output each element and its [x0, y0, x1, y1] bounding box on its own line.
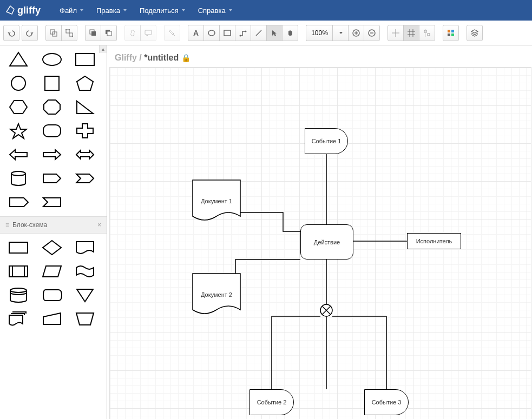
node-doc2[interactable]: Документ 2 — [192, 273, 241, 316]
shape-circle[interactable] — [4, 72, 32, 94]
shape-right-triangle[interactable] — [71, 96, 99, 118]
svg-rect-2 — [66, 30, 69, 33]
shape-rounded-rect[interactable] — [38, 120, 66, 142]
node-event1[interactable]: Событие 1 — [305, 128, 348, 154]
logo-icon — [5, 5, 15, 15]
node-action[interactable]: Действие — [300, 224, 353, 260]
shape-triangle[interactable] — [4, 49, 32, 70]
shape-hexagon[interactable] — [4, 96, 32, 118]
menu-label: Правка — [96, 6, 120, 15]
svg-point-6 — [72, 36, 73, 37]
node-label: Исполнитель — [416, 238, 452, 244]
ungroup-button[interactable] — [61, 25, 77, 41]
shape-arrow-left[interactable] — [4, 144, 32, 165]
node-event2[interactable]: Событие 2 — [249, 389, 294, 415]
shape-fc-decision[interactable] — [38, 237, 66, 258]
connector-tool-button[interactable] — [235, 25, 251, 41]
svg-rect-11 — [145, 30, 152, 35]
node-label: Действие — [314, 239, 340, 245]
shape-fc-manual-input[interactable] — [38, 308, 66, 330]
line-tool-button[interactable] — [251, 25, 267, 41]
shape-fc-data[interactable] — [38, 261, 66, 282]
svg-point-4 — [65, 29, 67, 30]
shape-rectangle[interactable] — [71, 49, 99, 70]
snap-guides-button[interactable] — [387, 25, 404, 41]
menu-file[interactable]: Файл — [54, 3, 89, 18]
close-icon[interactable]: × — [97, 221, 101, 229]
shape-fc-predefined[interactable] — [4, 261, 32, 282]
rect-tool-button[interactable] — [219, 25, 235, 41]
bring-front-button[interactable] — [85, 25, 101, 41]
basic-shapes-grid — [0, 45, 107, 216]
shape-chevron[interactable] — [71, 168, 99, 189]
zoom-caret-button[interactable] — [332, 25, 349, 41]
shape-cylinder[interactable] — [4, 168, 32, 189]
shape-fc-tape[interactable] — [71, 261, 99, 282]
shape-tag-arrow[interactable] — [4, 191, 32, 213]
menu-help[interactable]: Справка — [193, 3, 238, 18]
app-logo[interactable]: gliffy — [5, 5, 41, 16]
shape-pentagon[interactable] — [71, 72, 99, 94]
snap-objects-button[interactable] — [419, 25, 435, 41]
canvas-area: Gliffy / *untitled 🔒 — [107, 45, 532, 419]
pointer-tool-button[interactable] — [266, 25, 283, 41]
document-title: *untitled — [144, 53, 179, 62]
undo-button[interactable] — [3, 25, 19, 41]
lock-icon: 🔒 — [181, 54, 191, 62]
shape-octagon[interactable] — [38, 96, 66, 118]
send-back-button[interactable] — [101, 25, 117, 41]
zoom-value[interactable]: 100% — [306, 25, 333, 41]
shape-fc-merge[interactable] — [71, 284, 99, 306]
main-area: ▲ ≡ Блок-схема × — [0, 45, 532, 419]
node-label: Событие 3 — [372, 399, 402, 405]
svg-point-31 — [43, 54, 61, 65]
grip-icon: ≡ — [5, 221, 9, 229]
shape-ellipse[interactable] — [38, 49, 66, 70]
menu-label: Справка — [198, 6, 226, 15]
shape-fc-display[interactable] — [38, 284, 66, 306]
node-executor[interactable]: Исполнитель — [407, 233, 461, 249]
menu-edit[interactable]: Правка — [91, 3, 132, 18]
group-button[interactable] — [45, 25, 62, 41]
node-label: Документ 1 — [201, 198, 232, 204]
shape-arrow-right[interactable] — [38, 144, 66, 165]
shape-plus[interactable] — [71, 120, 99, 142]
caret-icon — [182, 9, 185, 11]
shape-fc-document[interactable] — [71, 237, 99, 258]
flowchart-panel-header[interactable]: ≡ Блок-схема × — [0, 216, 107, 234]
shape-fc-database[interactable] — [4, 284, 32, 306]
svg-rect-13 — [224, 30, 231, 36]
node-event3[interactable]: Событие 3 — [364, 389, 409, 415]
pan-tool-button[interactable] — [282, 25, 298, 41]
scroll-up-icon[interactable]: ▲ — [99, 45, 107, 53]
diagram-canvas[interactable]: Событие 1 Документ 1 Действие Исполнител… — [109, 67, 531, 419]
svg-point-36 — [11, 171, 25, 176]
shape-arrow-double[interactable] — [71, 144, 99, 165]
shape-tag-notch[interactable] — [38, 191, 66, 213]
shape-fc-multidoc[interactable] — [4, 308, 32, 330]
format-painter-button — [164, 25, 180, 41]
text-tool-button[interactable]: A — [188, 25, 204, 41]
zoom-out-button[interactable] — [364, 25, 380, 41]
ellipse-tool-button[interactable] — [203, 25, 220, 41]
shape-fc-process[interactable] — [4, 237, 32, 258]
svg-point-15 — [245, 30, 247, 32]
caret-icon — [80, 9, 83, 11]
shape-tag-right[interactable] — [38, 168, 66, 189]
menu-share[interactable]: Поделиться — [134, 3, 191, 18]
svg-point-41 — [10, 288, 27, 292]
zoom-in-button[interactable] — [348, 25, 364, 41]
layers-button[interactable] — [467, 25, 483, 41]
snap-grid-button[interactable] — [403, 25, 419, 41]
shape-star[interactable] — [4, 120, 32, 142]
node-doc1[interactable]: Документ 1 — [192, 179, 241, 223]
svg-rect-3 — [69, 33, 73, 36]
shape-fc-manual-op[interactable] — [71, 308, 99, 330]
svg-rect-32 — [76, 54, 94, 65]
theme-button[interactable] — [443, 25, 459, 41]
svg-rect-28 — [451, 30, 454, 32]
redo-button[interactable] — [22, 25, 38, 41]
shape-square[interactable] — [38, 72, 66, 94]
svg-point-12 — [208, 30, 215, 36]
svg-rect-29 — [448, 34, 450, 36]
